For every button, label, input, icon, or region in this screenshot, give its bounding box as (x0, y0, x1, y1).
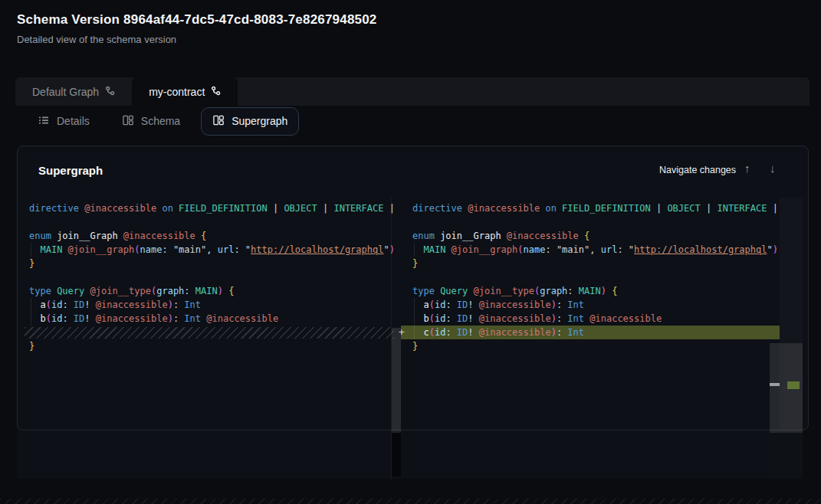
code-line (412, 270, 780, 284)
previous-change-button[interactable]: ↑ (744, 162, 750, 175)
code-line: b(id: ID! @inaccessible): Int @inaccessi… (29, 312, 401, 326)
code-line (29, 215, 401, 229)
panel-title: Supergraph (38, 164, 103, 177)
modified-code: directive @inaccessible on FIELD_DEFINIT… (401, 198, 780, 353)
added-line-marker: + (396, 326, 408, 338)
ruler-added-mark (787, 381, 800, 389)
code-line: MAIN @join__graph(name: "main", url: "ht… (412, 243, 780, 257)
ruler-cursor-mark (770, 383, 780, 386)
next-change-button[interactable]: ↓ (770, 162, 776, 175)
tab-supergraph[interactable]: Supergraph (201, 107, 299, 136)
view-nav: Details Schema Supergraph (26, 107, 308, 135)
code-line: } (29, 257, 401, 270)
fork-icon (105, 86, 115, 98)
code-line: type Query @join__type(graph: MAIN) { (412, 284, 780, 298)
tab-details-label: Details (57, 115, 90, 127)
tab-default-graph-label: Default Graph (32, 86, 99, 98)
tab-my-contract-label: my-contract (149, 86, 205, 98)
diff-original-pane[interactable]: directive @inaccessible on FIELD_DEFINIT… (17, 198, 401, 479)
diff-gutter (392, 430, 401, 476)
graph-tab-strip: Default Graph my-contract (15, 77, 810, 106)
page-subtitle: Detailed view of the schema version (17, 34, 176, 45)
code-line: b(id: ID! @inaccessible): Int @inaccessi… (412, 312, 780, 326)
fork-icon (211, 86, 221, 98)
code-line: type Query @join__type(graph: MAIN) { (29, 284, 401, 298)
left-scrollbar[interactable] (392, 328, 401, 433)
code-line (29, 270, 401, 284)
tab-supergraph-label: Supergraph (232, 115, 287, 127)
code-line: MAIN @join__graph(name: "main", url: "ht… (29, 243, 401, 257)
tab-schema-label: Schema (141, 115, 180, 127)
page-title: Schema Version 8964af44-7dc5-47cd-8083-7… (17, 12, 377, 28)
tab-default-graph[interactable]: Default Graph (15, 77, 132, 106)
schema-panels-icon (122, 114, 134, 129)
code-line: directive @inaccessible on FIELD_DEFINIT… (412, 201, 780, 215)
code-line: } (412, 257, 780, 270)
code-line: a(id: ID! @inaccessible): Int (29, 298, 401, 312)
code-line: } (29, 339, 401, 353)
added-code-line: c(id: ID! @inaccessible): Int (401, 326, 780, 339)
tab-schema[interactable]: Schema (110, 107, 192, 136)
tab-details[interactable]: Details (26, 107, 101, 136)
diff-modified-pane[interactable]: directive @inaccessible on FIELD_DEFINIT… (401, 198, 780, 479)
schema-panels-icon (212, 114, 225, 129)
code-line: enum join__Graph @inaccessible { (412, 229, 780, 243)
removed-region-hatch (25, 327, 394, 339)
code-line: enum join__Graph @inaccessible { (29, 229, 401, 243)
tab-my-contract[interactable]: my-contract (132, 77, 238, 106)
original-code: directive @inaccessible on FIELD_DEFINIT… (17, 198, 401, 353)
collapsed-region-strip (0, 499, 821, 504)
code-line (412, 215, 780, 229)
overview-ruler-lower (770, 430, 803, 479)
navigate-changes-label: Navigate changes (659, 165, 736, 175)
list-icon (38, 114, 50, 129)
code-line: directive @inaccessible on FIELD_DEFINIT… (29, 201, 401, 215)
code-line: } (412, 339, 780, 353)
code-line: a(id: ID! @inaccessible): Int (412, 298, 780, 312)
